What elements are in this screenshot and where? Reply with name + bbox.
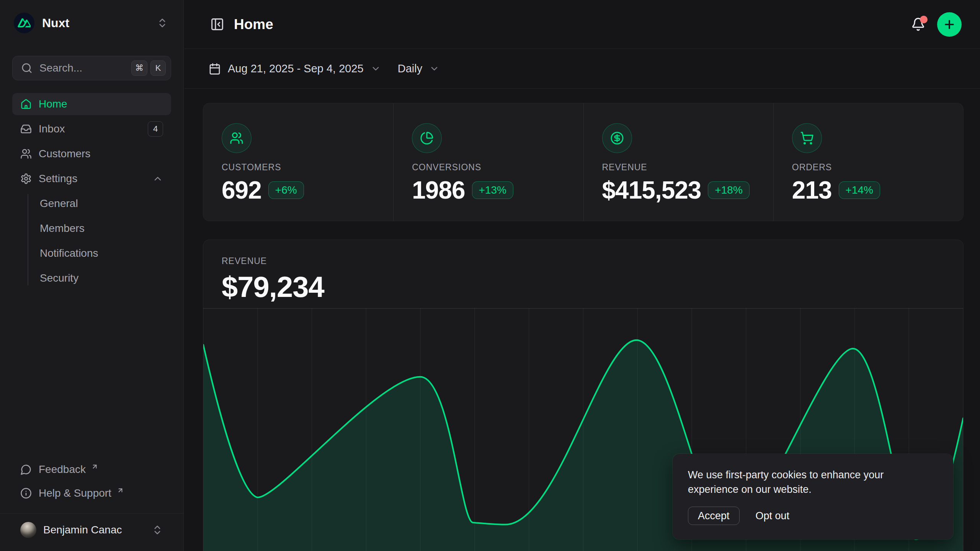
delta-badge: +18% (708, 181, 749, 199)
users-icon (222, 123, 252, 153)
avatar (20, 522, 36, 538)
circle-dollar-icon (602, 123, 632, 153)
opt-out-button[interactable]: Opt out (756, 510, 790, 522)
search-box[interactable]: ⌘ K (12, 56, 171, 80)
workspace-switcher[interactable]: Nuxt (12, 11, 171, 35)
sidebar-item-label: Home (39, 98, 67, 110)
search-shortcut: ⌘ K (131, 60, 166, 76)
sidebar-item-label: Notifications (40, 247, 98, 259)
header-actions (910, 12, 962, 37)
sidebar-item-label: General (40, 197, 78, 210)
stat-card-customers[interactable]: CUSTOMERS 692 +6% (203, 103, 393, 221)
accept-button[interactable]: Accept (688, 507, 740, 525)
stat-card-conversions[interactable]: CONVERSIONS 1986 +13% (393, 103, 583, 221)
sidebar-item-label: Settings (39, 173, 77, 185)
revenue-chart-value: $79,234 (222, 272, 963, 302)
sidebar-item-label: Security (40, 272, 78, 284)
sidebar-item-customers[interactable]: Customers (12, 143, 171, 165)
sidebar-item-label: Help & Support (39, 487, 111, 499)
external-link-icon (117, 487, 124, 494)
add-button[interactable] (937, 12, 962, 37)
stat-label: CUSTOMERS (222, 162, 393, 173)
user-menu[interactable]: Benjamin Canac (12, 515, 171, 545)
sidebar-item-security[interactable]: Security (40, 267, 171, 289)
inbox-count-badge: 4 (148, 121, 163, 137)
pie-chart-icon (412, 123, 442, 153)
chevron-up-icon (152, 173, 163, 184)
stat-value: $415,523 (602, 178, 701, 202)
period-label: Daily (398, 62, 422, 75)
delta-badge: +13% (472, 181, 513, 199)
message-bubble-icon (20, 464, 32, 475)
date-range-label: Aug 21, 2025 - Sep 4, 2025 (228, 62, 364, 75)
settings-submenu: General Members Notifications Security (28, 192, 171, 289)
sidebar-item-label: Feedback (39, 463, 86, 476)
sidebar-item-inbox[interactable]: Inbox 4 (12, 118, 171, 140)
filters-toolbar: Aug 21, 2025 - Sep 4, 2025 Daily (184, 49, 980, 89)
stat-label: ORDERS (792, 162, 963, 173)
external-link-icon (91, 463, 98, 470)
period-select[interactable]: Daily (398, 62, 439, 75)
search-icon (21, 62, 33, 74)
cookie-banner: We use first-party cookies to enhance yo… (673, 454, 953, 540)
sidebar-item-label: Members (40, 222, 85, 235)
sidebar-item-label: Customers (39, 148, 90, 160)
stat-card-orders[interactable]: ORDERS 213 +14% (773, 103, 963, 221)
shopping-cart-icon (792, 123, 822, 153)
stat-value: 213 (792, 178, 832, 202)
app-root: Nuxt ⌘ K Home (0, 0, 980, 551)
search-input[interactable] (39, 62, 125, 75)
delta-badge: +6% (268, 181, 304, 199)
chevrons-up-down-icon (157, 17, 168, 29)
stats-panel: CUSTOMERS 692 +6% CONVERSIONS 1986 +13% (203, 103, 963, 221)
top-header: Home (184, 0, 980, 49)
page-title: Home (234, 16, 273, 33)
sidebar-item-notifications[interactable]: Notifications (40, 242, 171, 264)
stat-card-revenue[interactable]: REVENUE $415,523 +18% (583, 103, 773, 221)
chevron-down-icon (371, 64, 381, 74)
notifications-button[interactable] (910, 16, 926, 33)
notification-dot (920, 16, 928, 23)
chevron-down-icon (429, 64, 439, 74)
revenue-chart-label: REVENUE (222, 256, 963, 266)
users-icon (20, 148, 32, 160)
sidebar-nav: Home Inbox 4 Customers Settings (12, 93, 171, 292)
sidebar: Nuxt ⌘ K Home (0, 0, 184, 551)
inbox-icon (20, 123, 32, 135)
sidebar-spacer (12, 292, 171, 459)
sidebar-divider (0, 513, 183, 514)
workspace-name: Nuxt (42, 16, 149, 30)
chevrons-up-down-icon (152, 524, 163, 536)
kbd-cmd: ⌘ (131, 60, 147, 76)
delta-badge: +14% (839, 181, 880, 199)
gear-icon (20, 173, 32, 184)
cookie-message: We use first-party cookies to enhance yo… (688, 468, 921, 497)
sidebar-collapse-button[interactable] (209, 16, 225, 33)
calendar-icon (209, 63, 221, 75)
info-circle-icon (20, 487, 32, 499)
sidebar-item-help-support[interactable]: Help & Support (12, 483, 171, 504)
sidebar-item-feedback[interactable]: Feedback (12, 459, 171, 480)
nuxt-logo-icon (14, 13, 34, 33)
stat-value: 692 (222, 178, 261, 202)
sidebar-item-members[interactable]: Members (40, 217, 171, 240)
date-range-picker[interactable]: Aug 21, 2025 - Sep 4, 2025 (209, 62, 381, 75)
stat-label: CONVERSIONS (412, 162, 583, 173)
sidebar-item-home[interactable]: Home (12, 93, 171, 115)
stat-label: REVENUE (602, 162, 773, 173)
sidebar-item-label: Inbox (39, 123, 65, 135)
sidebar-item-settings[interactable]: Settings (12, 168, 171, 190)
stat-value: 1986 (412, 178, 465, 202)
plus-icon (943, 18, 956, 31)
house-icon (20, 98, 32, 110)
sidebar-item-general[interactable]: General (40, 192, 171, 215)
kbd-k: K (150, 60, 166, 76)
user-name: Benjamin Canac (43, 524, 145, 536)
